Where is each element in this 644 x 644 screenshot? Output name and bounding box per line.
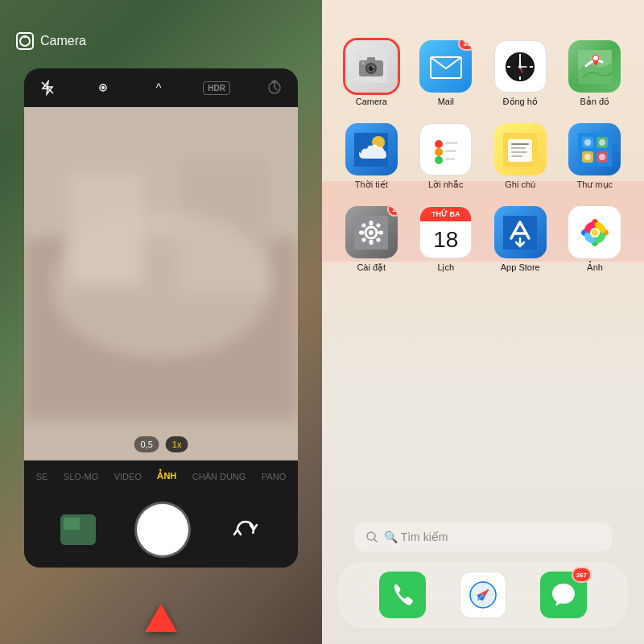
search-bar[interactable]: 🔍 Tìm kiếm	[354, 522, 612, 551]
arrow-up-shape	[145, 604, 177, 632]
mode-video[interactable]: VIDEO	[111, 469, 145, 484]
settings-label: Cài đặt	[357, 262, 386, 273]
camera-icon-svg	[355, 51, 387, 83]
live-btn[interactable]	[92, 76, 114, 99]
camera-controls	[24, 492, 298, 568]
svg-point-60	[599, 154, 605, 160]
app-folder[interactable]: Thư mục	[562, 123, 629, 190]
dock-messages-wrapper: 267	[540, 572, 587, 618]
svg-rect-50	[511, 151, 527, 153]
mode-slomo[interactable]: SLO-MO	[60, 469, 101, 484]
reminders-icon-svg	[429, 133, 463, 167]
svg-point-57	[584, 139, 591, 146]
zoom-0.5-btn[interactable]: 0,5	[134, 436, 159, 452]
messages-icon-svg	[550, 581, 577, 609]
app-settings[interactable]: 2 Cài đặt	[338, 206, 405, 273]
svg-rect-51	[511, 155, 522, 157]
camera-title: Camera	[40, 34, 86, 48]
mail-icon-svg	[429, 54, 463, 80]
camera-label: Camera	[356, 97, 387, 106]
calendar-body: 18	[433, 221, 458, 258]
camera-body: ^ HDR	[24, 68, 298, 568]
calendar-day-number: 18	[433, 229, 458, 251]
timer-btn[interactable]	[263, 76, 286, 99]
app-weather[interactable]: Thời tiết	[338, 123, 405, 190]
mail-badge: 33	[458, 40, 472, 51]
appstore-icon-svg	[503, 216, 537, 250]
dock-safari[interactable]	[460, 572, 506, 618]
app-notes[interactable]: Ghi chú	[487, 123, 554, 190]
settings-badge: 2	[387, 206, 398, 217]
camera-panel: Camera ^ HDR	[0, 0, 322, 644]
app-photos[interactable]: Ảnh	[562, 206, 629, 273]
safari-icon-svg	[469, 580, 497, 609]
svg-point-58	[599, 139, 605, 146]
calendar-icon-img: THỨ BA 18	[419, 206, 472, 258]
appstore-icon-img	[494, 206, 547, 258]
camera-viewfinder: 0,5 1x	[24, 107, 298, 460]
svg-point-2	[101, 86, 105, 89]
svg-line-87	[374, 539, 377, 542]
camera-top-bar: ^ HDR	[24, 68, 298, 107]
folder-icon-img	[568, 123, 621, 175]
mode-photo[interactable]: ẢNH	[154, 469, 180, 484]
svg-point-85	[592, 229, 598, 236]
search-icon	[366, 531, 378, 543]
app-calendar[interactable]: THỨ BA 18 Lịch	[413, 206, 480, 273]
phone-icon-svg	[390, 582, 415, 608]
svg-point-40	[435, 140, 443, 148]
camera-modes: SE SLO-MO VIDEO ẢNH CHÂN DUNG PANO	[24, 460, 298, 492]
photos-icon-img	[568, 206, 621, 258]
svg-rect-65	[369, 240, 374, 245]
swipe-up-indicator	[145, 604, 177, 632]
messages-badge: 267	[572, 567, 592, 583]
calendar-day-name: THỨ BA	[431, 210, 460, 218]
maps-icon-svg	[578, 50, 612, 84]
calendar-label: Lịch	[437, 262, 454, 273]
app-camera[interactable]: Camera	[338, 40, 405, 107]
mode-portrait[interactable]: CHÂN DUNG	[189, 469, 250, 484]
svg-point-34	[518, 65, 522, 68]
clock-label: Đồng hồ	[503, 97, 538, 107]
app-clock[interactable]: Đồng hồ	[487, 40, 554, 107]
svg-rect-39	[429, 133, 463, 167]
maps-label: Bản đồ	[580, 97, 609, 107]
flip-camera-btn[interactable]	[229, 514, 262, 546]
app-appstore[interactable]: App Store	[487, 206, 554, 273]
hdr-badge[interactable]: HDR	[203, 81, 230, 95]
maps-icon-img	[568, 40, 621, 93]
notes-icon-svg	[503, 133, 537, 167]
zoom-indicators: 0,5 1x	[134, 436, 188, 452]
svg-point-44	[435, 156, 443, 164]
mode-se[interactable]: SE	[33, 469, 52, 484]
mode-pano[interactable]: PANO	[258, 469, 289, 484]
dock: 267	[338, 562, 628, 628]
app-reminders[interactable]: Lời nhắc	[413, 123, 480, 190]
camera-thumbnail[interactable]	[60, 514, 96, 545]
svg-rect-45	[445, 158, 455, 160]
calendar-header: THỨ BA	[420, 207, 471, 221]
app-mail[interactable]: 33 Mail	[413, 40, 480, 107]
svg-rect-14	[64, 518, 80, 530]
svg-point-36	[593, 56, 598, 60]
svg-point-63	[369, 230, 374, 235]
clock-icon-svg	[503, 50, 537, 84]
app-maps[interactable]: Bản đồ	[562, 40, 629, 107]
mail-label: Mail	[438, 97, 454, 106]
zoom-1x-btn[interactable]: 1x	[166, 436, 188, 452]
shutter-button[interactable]	[137, 504, 188, 555]
svg-point-22	[361, 61, 365, 64]
flash-btn[interactable]	[36, 76, 59, 99]
svg-rect-43	[445, 150, 456, 152]
svg-point-59	[584, 154, 591, 160]
svg-rect-66	[359, 230, 364, 234]
appstore-label: App Store	[501, 262, 540, 272]
chevron-btn[interactable]: ^	[147, 76, 170, 99]
dock-phone[interactable]	[379, 572, 426, 618]
folder-icon-svg	[578, 133, 612, 167]
camera-icon-img	[345, 40, 398, 93]
reminders-icon-img	[419, 123, 472, 175]
home-screen: Camera 33 Mail	[322, 0, 644, 644]
settings-icon-img: 2	[345, 206, 398, 258]
svg-point-42	[435, 148, 443, 156]
